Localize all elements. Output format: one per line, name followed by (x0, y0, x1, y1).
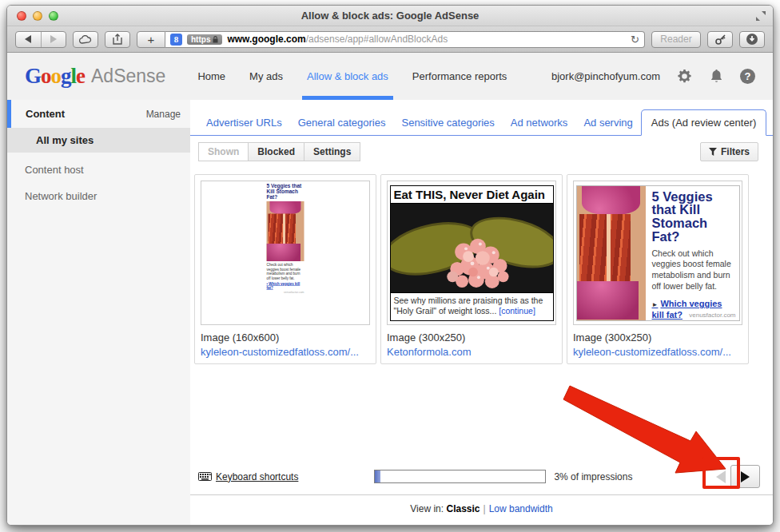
filter-funnel-icon (709, 148, 717, 156)
tab-sensitive-categories[interactable]: Sensitive categories (393, 110, 502, 135)
keyboard-icon (198, 472, 212, 481)
icloud-tabs-button[interactable] (73, 31, 98, 48)
cloud-icon (79, 35, 92, 44)
url-text: www.google.com/adsense/app#allowAndBlock… (227, 34, 448, 45)
back-button[interactable] (16, 32, 42, 47)
ad-creative-rectangle: Eat THIS, Never Diet Again (390, 185, 554, 321)
ad-body: Check out which veggies boost female met… (652, 248, 734, 292)
keyboard-shortcuts-link[interactable]: Keyboard shortcuts (198, 471, 298, 482)
impressions-progress-bar (374, 470, 546, 483)
ad-creative-rectangle: 5 Veggies that Kill Stomach Fat? Check o… (576, 185, 740, 321)
https-badge: https (187, 34, 222, 45)
share-icon (112, 34, 123, 45)
view-in-footer: View in: Classic|Low bandwidth (190, 494, 773, 525)
ad-headline: 5 Veggies that Kill Stomach Fat? (652, 190, 734, 244)
impressions-label: 3% of impressions (554, 471, 632, 482)
ad-size-label: Image (160x600) (201, 332, 370, 343)
settings-gear-icon[interactable] (676, 69, 692, 85)
reader-button[interactable]: Reader (651, 31, 701, 48)
password-key-button[interactable] (707, 31, 733, 48)
subtab-row: Shown Blocked Settings Filters (190, 136, 773, 161)
browser-toolbar: + 8 https www.google.com/adsense/app#all… (7, 26, 773, 53)
next-arrow-icon (741, 471, 750, 482)
ad-destination-link[interactable]: kyleleon-customizedfatloss.com/... (201, 346, 370, 358)
review-bottom-bar: Keyboard shortcuts 3% of impressions (190, 460, 773, 494)
main-content: Advertiser URLs General categories Sensi… (190, 100, 773, 525)
subtab-shown[interactable]: Shown (198, 142, 249, 161)
nav-performance-reports[interactable]: Performance reports (412, 70, 507, 82)
key-icon (714, 34, 726, 46)
fruit-photo (391, 204, 553, 293)
sidebar-item-network-builder[interactable]: Network builder (7, 179, 190, 205)
tab-advertiser-urls[interactable]: Advertiser URLs (198, 110, 290, 135)
primary-nav: Home My ads Allow & block ads Performanc… (197, 70, 507, 82)
ad-attribution: venusfactor.com (689, 312, 735, 319)
next-page-button[interactable] (730, 465, 760, 488)
fullscreen-icon[interactable] (755, 10, 766, 22)
tab-ad-serving[interactable]: Ad serving (575, 110, 640, 135)
ad-body: Check out which veggies boost female met… (267, 262, 304, 280)
previous-page-button[interactable] (716, 470, 726, 483)
account-email: bjork@pinchofyum.com (551, 70, 660, 82)
sidebar-item-content-host[interactable]: Content host (7, 153, 190, 179)
ad-card-list: 5 Veggies that Kill Stomach Fat? Check o… (190, 161, 773, 364)
browser-window: Allow & block ads: Google AdSense + 8 ht… (6, 5, 774, 526)
tab-general-categories[interactable]: General categories (290, 110, 394, 135)
ad-headline: Eat THIS, Never Diet Again (391, 186, 553, 204)
ad-cta-link: • Which veggies kill fat? (267, 281, 304, 289)
window-title: Allow & block ads: Google AdSense (7, 10, 773, 22)
product-name: AdSense (91, 66, 165, 87)
ad-destination-link[interactable]: kyleleon-customizedfatloss.com/... (573, 346, 742, 358)
ad-card[interactable]: 5 Veggies that Kill Stomach Fat? Check o… (194, 174, 376, 364)
google-logo: Google (25, 64, 85, 89)
tab-strip: Advertiser URLs General categories Sensi… (190, 100, 773, 136)
ad-attribution: venusfactor.com (267, 290, 304, 293)
lock-icon (213, 36, 218, 43)
nav-my-ads[interactable]: My ads (249, 70, 283, 82)
ad-size-label: Image (300x250) (387, 332, 556, 343)
ad-creative-skyscraper: 5 Veggies that Kill Stomach Fat? Check o… (265, 182, 305, 324)
manage-link[interactable]: Manage (146, 109, 181, 120)
tab-ads-ad-review-center[interactable]: Ads (Ad review center) (641, 109, 767, 136)
torso-image (577, 186, 646, 320)
ad-body: See why millions are praising this as th… (391, 292, 553, 320)
ad-size-label: Image (300x250) (573, 332, 742, 343)
ad-preview: 5 Veggies that Kill Stomach Fat? Check o… (573, 181, 742, 325)
ad-preview: Eat THIS, Never Diet Again (387, 181, 556, 325)
ad-preview: 5 Veggies that Kill Stomach Fat? Check o… (201, 181, 370, 325)
google-favicon: 8 (170, 34, 182, 46)
nav-home[interactable]: Home (197, 70, 225, 82)
forward-button[interactable] (42, 32, 66, 47)
reload-icon[interactable]: ↻ (631, 34, 639, 46)
download-icon (746, 33, 758, 46)
sidebar-section-content: Content (26, 108, 65, 120)
adsense-header: Google AdSense Home My ads Allow & block… (7, 53, 773, 100)
torso-image (267, 200, 304, 260)
ad-card[interactable]: 5 Veggies that Kill Stomach Fat? Check o… (567, 174, 749, 364)
ad-cta-link: [continue] (499, 306, 535, 316)
help-icon[interactable]: ? (740, 69, 755, 84)
downloads-button[interactable] (739, 31, 765, 48)
tab-ad-networks[interactable]: Ad networks (503, 110, 576, 135)
low-bandwidth-link[interactable]: Low bandwidth (489, 503, 553, 514)
share-button[interactable] (105, 31, 130, 48)
new-tab-button[interactable]: + (137, 31, 165, 48)
subtab-settings[interactable]: Settings (304, 142, 360, 161)
ad-card[interactable]: Eat THIS, Never Diet Again (380, 174, 563, 364)
nav-allow-block-ads[interactable]: Allow & block ads (307, 70, 388, 82)
notifications-bell-icon[interactable] (708, 69, 724, 85)
view-classic-label: Classic (446, 503, 480, 514)
url-field[interactable]: 8 https www.google.com/adsense/app#allow… (165, 31, 645, 48)
ad-destination-link[interactable]: Ketonformola.com (387, 346, 556, 358)
sidebar: Content Manage All my sites Content host… (7, 100, 190, 525)
progress-fill (375, 470, 380, 482)
titlebar: Allow & block ads: Google AdSense (7, 6, 773, 26)
subtab-blocked[interactable]: Blocked (248, 142, 304, 161)
ad-headline: 5 Veggies that Kill Stomach Fat? (267, 183, 304, 199)
filters-button[interactable]: Filters (700, 142, 758, 161)
sidebar-item-all-my-sites[interactable]: All my sites (7, 128, 190, 153)
